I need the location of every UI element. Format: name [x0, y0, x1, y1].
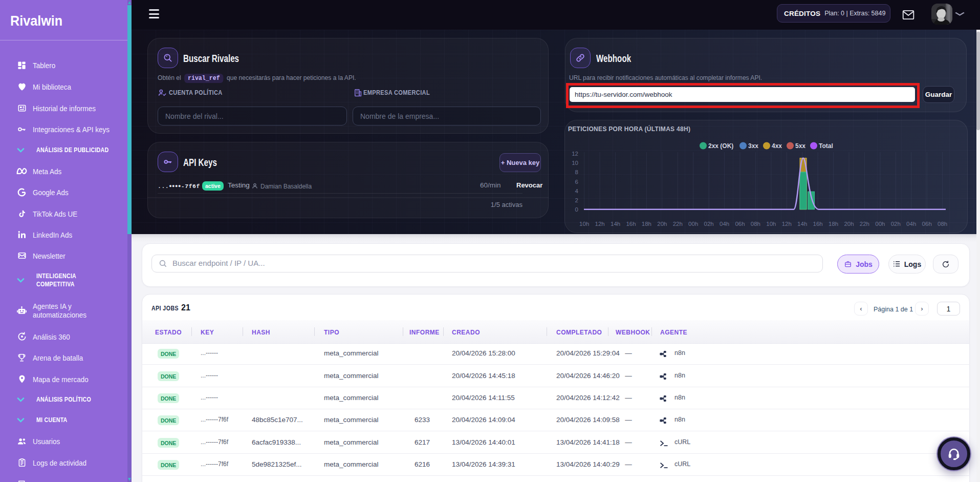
svg-text:12: 12 — [572, 151, 578, 157]
svg-text:12h: 12h — [782, 221, 792, 227]
svg-text:0: 0 — [575, 206, 578, 213]
svg-text:20h: 20h — [657, 221, 667, 227]
svg-text:06h: 06h — [922, 221, 932, 227]
svg-text:2xx (OK): 2xx (OK) — [708, 142, 733, 150]
svg-text:14h: 14h — [797, 221, 807, 227]
svg-text:04h: 04h — [720, 221, 729, 227]
svg-text:16h: 16h — [626, 221, 636, 227]
svg-text:2: 2 — [575, 197, 578, 203]
svg-text:5xx: 5xx — [795, 142, 805, 150]
svg-text:Total: Total — [819, 142, 833, 150]
svg-text:3xx: 3xx — [748, 142, 758, 150]
svg-text:10: 10 — [572, 160, 578, 166]
svg-text:02h: 02h — [891, 221, 901, 227]
svg-text:6: 6 — [575, 179, 578, 185]
svg-text:10h: 10h — [766, 221, 776, 227]
svg-text:12h: 12h — [595, 221, 605, 227]
svg-text:4: 4 — [575, 188, 579, 194]
svg-text:16h: 16h — [813, 221, 823, 227]
svg-text:08h: 08h — [751, 221, 760, 227]
svg-text:14h: 14h — [611, 221, 620, 227]
svg-text:8: 8 — [575, 169, 578, 175]
svg-text:20h: 20h — [844, 221, 854, 227]
svg-text:18h: 18h — [829, 221, 838, 227]
svg-text:00h: 00h — [875, 221, 885, 227]
svg-text:18h: 18h — [642, 221, 651, 227]
svg-text:00h: 00h — [688, 221, 698, 227]
svg-text:10h: 10h — [579, 221, 589, 227]
svg-text:4xx: 4xx — [772, 142, 782, 150]
svg-text:06h: 06h — [735, 221, 745, 227]
svg-text:02h: 02h — [704, 221, 714, 227]
svg-text:22h: 22h — [860, 221, 869, 227]
svg-text:04h: 04h — [906, 221, 916, 227]
svg-text:22h: 22h — [673, 221, 683, 227]
svg-text:08h: 08h — [938, 221, 947, 227]
